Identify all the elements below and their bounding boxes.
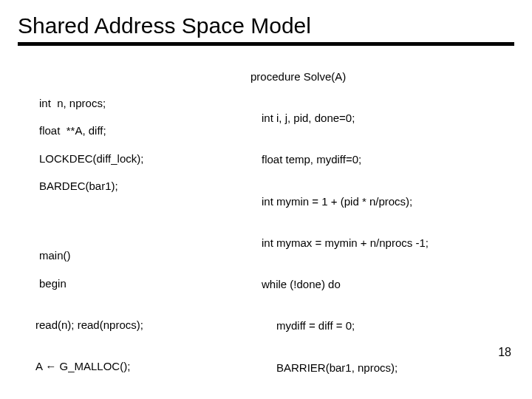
left-column: int n, nprocs; float **A, diff; LOCKDEC(… (18, 56, 228, 399)
decl-line: int n, nprocs; (39, 97, 106, 109)
main-head: main() (39, 249, 71, 262)
right-column: procedure Solve(A) int i, j, pid, done=0… (228, 56, 514, 399)
title-rule (18, 42, 514, 46)
proc-decl: int mymin = 1 + (pid * n/procs); (232, 195, 514, 209)
proc-decl: float temp, mydiff=0; (232, 153, 514, 167)
proc-head: procedure Solve(A) (250, 70, 346, 83)
proc-decl: int mymax = mymin + n/nprocs -1; (232, 236, 514, 250)
slide: Shared Address Space Model int n, nprocs… (0, 0, 532, 399)
body-line: BARRIER(bar1, nprocs); (232, 361, 514, 375)
decl-line: BARDEC(bar1); (39, 180, 118, 192)
content-columns: int n, nprocs; float **A, diff; LOCKDEC(… (18, 56, 514, 399)
while-head: while (!done) do (232, 278, 514, 292)
decl-line: float **A, diff; (39, 124, 106, 137)
body-line: mydiff = diff = 0; (232, 319, 514, 333)
main-body-line: read(n); read(nprocs); (21, 318, 228, 332)
main-begin: begin (39, 277, 66, 290)
slide-title: Shared Address Space Model (18, 13, 514, 38)
main-body-line: A ← G_MALLOC(); (21, 360, 228, 374)
page-number: 18 (498, 346, 511, 359)
decl-line: LOCKDEC(diff_lock); (39, 152, 143, 165)
proc-decl: int i, j, pid, done=0; (232, 112, 514, 126)
